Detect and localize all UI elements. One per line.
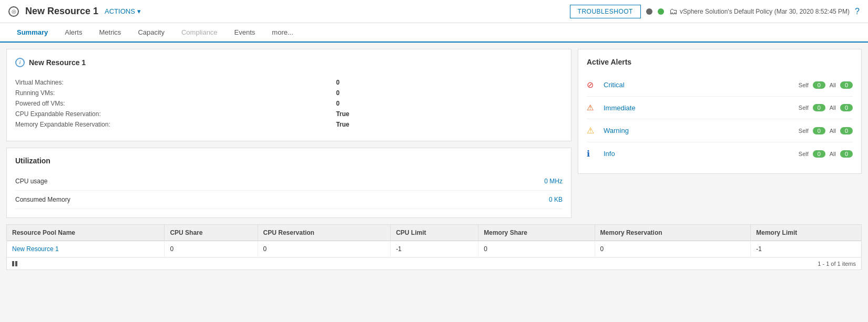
status-icon-2 <box>658 8 664 15</box>
util-row-memory: Consumed Memory 0 KB <box>15 191 563 209</box>
resource-pool-table: Resource Pool Name CPU Share CPU Reserva… <box>6 224 862 270</box>
tab-metrics[interactable]: Metrics <box>90 23 129 43</box>
value-powered-off: 0 <box>336 100 563 107</box>
value-vms: 0 <box>336 79 563 86</box>
info-card-title: i New Resource 1 <box>15 58 563 67</box>
alert-link-warning[interactable]: Warning <box>604 127 799 134</box>
col-header-memory-reservation: Memory Reservation <box>595 225 751 241</box>
alert-counts-warning: Self 0 All 0 <box>799 127 853 134</box>
alert-row-immediate: ⚠ Immediate Self 0 All 0 <box>587 97 853 119</box>
policy-info: 🗂 vSphere Solution's Default Policy (Mar… <box>669 7 850 16</box>
table-footer: 1 - 1 of 1 items <box>7 257 861 269</box>
tab-capacity[interactable]: Capacity <box>129 23 173 43</box>
all-label-info: All <box>830 151 836 157</box>
tab-compliance: Compliance <box>173 23 226 43</box>
alert-counts-immediate: Self 0 All 0 <box>799 104 853 111</box>
left-column: i New Resource 1 Virtual Machines: 0 Run… <box>6 49 571 218</box>
critical-icon: ⊘ <box>587 80 598 90</box>
tab-bar: Summary Alerts Metrics Capacity Complian… <box>0 23 868 43</box>
util-row-cpu: CPU usage 0 MHz <box>15 172 563 191</box>
label-powered-off: Powered off VMs: <box>15 100 323 107</box>
label-cpu-expand: CPU Expandable Reservation: <box>15 110 323 118</box>
alert-link-critical[interactable]: Critical <box>604 81 799 89</box>
info-grid: Virtual Machines: 0 Running VMs: 0 Power… <box>15 75 563 132</box>
header-right: TROUBLESHOOT 🗂 vSphere Solution's Defaul… <box>570 5 860 18</box>
cell-cpu-share: 0 <box>165 241 258 257</box>
header-left: ◎ New Resource 1 ACTIONS ▾ <box>8 6 141 17</box>
self-label-info: Self <box>799 151 809 157</box>
util-value-cpu: 0 MHz <box>544 178 563 185</box>
resource-icon: ◎ <box>8 6 19 17</box>
right-column: Active Alerts ⊘ Critical Self 0 All 0 ⚠ … <box>578 49 862 218</box>
alert-row-info: ℹ Info Self 0 All 0 <box>587 142 853 165</box>
alert-link-immediate[interactable]: Immediate <box>604 104 799 112</box>
alert-counts-critical: Self 0 All 0 <box>799 81 853 89</box>
self-badge-warning: 0 <box>813 127 825 134</box>
pause-icon[interactable] <box>12 260 19 267</box>
self-badge-critical: 0 <box>813 81 825 89</box>
util-label-memory: Consumed Memory <box>15 196 70 203</box>
util-label-cpu: CPU usage <box>15 178 47 185</box>
self-label-immediate: Self <box>799 105 809 111</box>
table-row: New Resource 1 0 0 -1 0 0 -1 <box>7 241 861 257</box>
resource-name-link[interactable]: New Resource 1 <box>12 245 59 253</box>
policy-icon: 🗂 <box>669 7 678 16</box>
table-footer-left <box>12 260 19 267</box>
value-running: 0 <box>336 89 563 97</box>
all-badge-warning: 0 <box>840 127 853 134</box>
immediate-icon: ⚠ <box>587 103 598 112</box>
utilization-card: Utilization CPU usage 0 MHz Consumed Mem… <box>6 148 571 218</box>
col-header-cpu-reservation: CPU Reservation <box>258 225 391 241</box>
alerts-card: Active Alerts ⊘ Critical Self 0 All 0 ⚠ … <box>578 49 862 174</box>
col-header-cpu-share: CPU Share <box>165 225 258 241</box>
label-running: Running VMs: <box>15 89 323 97</box>
table: Resource Pool Name CPU Share CPU Reserva… <box>7 225 861 257</box>
self-label-warning: Self <box>799 128 809 134</box>
all-badge-critical: 0 <box>840 81 853 89</box>
all-label-immediate: All <box>830 105 836 111</box>
info-icon: ℹ <box>587 149 598 159</box>
utilization-title: Utilization <box>15 157 563 165</box>
self-label-critical: Self <box>799 82 809 88</box>
value-cpu-expand: True <box>336 110 563 118</box>
col-header-name: Resource Pool Name <box>7 225 165 241</box>
self-badge-immediate: 0 <box>813 104 825 111</box>
cell-memory-reservation: 0 <box>595 241 751 257</box>
actions-button[interactable]: ACTIONS ▾ <box>105 7 141 15</box>
value-mem-expand: True <box>336 121 563 128</box>
chevron-down-icon: ▾ <box>137 7 141 15</box>
info-card-icon: i <box>15 58 25 67</box>
troubleshoot-button[interactable]: TROUBLESHOOT <box>570 5 641 18</box>
table-pagination: 1 - 1 of 1 items <box>818 261 856 267</box>
warning-icon: ⚠ <box>587 126 598 136</box>
label-mem-expand: Memory Expandable Reservation: <box>15 121 323 128</box>
help-icon[interactable]: ? <box>855 7 860 16</box>
all-badge-immediate: 0 <box>840 104 853 111</box>
alert-link-info[interactable]: Info <box>604 150 799 158</box>
cell-name: New Resource 1 <box>7 241 165 257</box>
tab-alerts[interactable]: Alerts <box>56 23 90 43</box>
all-label-warning: All <box>830 128 836 134</box>
all-badge-info: 0 <box>840 150 853 158</box>
header: ◎ New Resource 1 ACTIONS ▾ TROUBLESHOOT … <box>0 0 868 23</box>
cell-cpu-limit: -1 <box>391 241 478 257</box>
alert-row-warning: ⚠ Warning Self 0 All 0 <box>587 119 853 142</box>
tab-summary[interactable]: Summary <box>8 23 56 43</box>
tab-events[interactable]: Events <box>226 23 264 43</box>
page-title: New Resource 1 <box>25 6 98 17</box>
alerts-title: Active Alerts <box>587 58 853 66</box>
table-header-row: Resource Pool Name CPU Share CPU Reserva… <box>7 225 861 241</box>
main-content: i New Resource 1 Virtual Machines: 0 Run… <box>0 43 868 224</box>
alert-row-critical: ⊘ Critical Self 0 All 0 <box>587 74 853 97</box>
col-header-memory-limit: Memory Limit <box>751 225 861 241</box>
alert-counts-info: Self 0 All 0 <box>799 150 853 158</box>
util-value-memory: 0 KB <box>549 196 563 203</box>
status-icon-1 <box>646 8 652 15</box>
col-header-cpu-limit: CPU Limit <box>391 225 478 241</box>
col-header-memory-share: Memory Share <box>478 225 595 241</box>
cell-memory-share: 0 <box>478 241 595 257</box>
info-card: i New Resource 1 Virtual Machines: 0 Run… <box>6 49 571 141</box>
label-vms: Virtual Machines: <box>15 79 323 86</box>
all-label-critical: All <box>830 82 836 88</box>
tab-more[interactable]: more... <box>263 23 301 43</box>
